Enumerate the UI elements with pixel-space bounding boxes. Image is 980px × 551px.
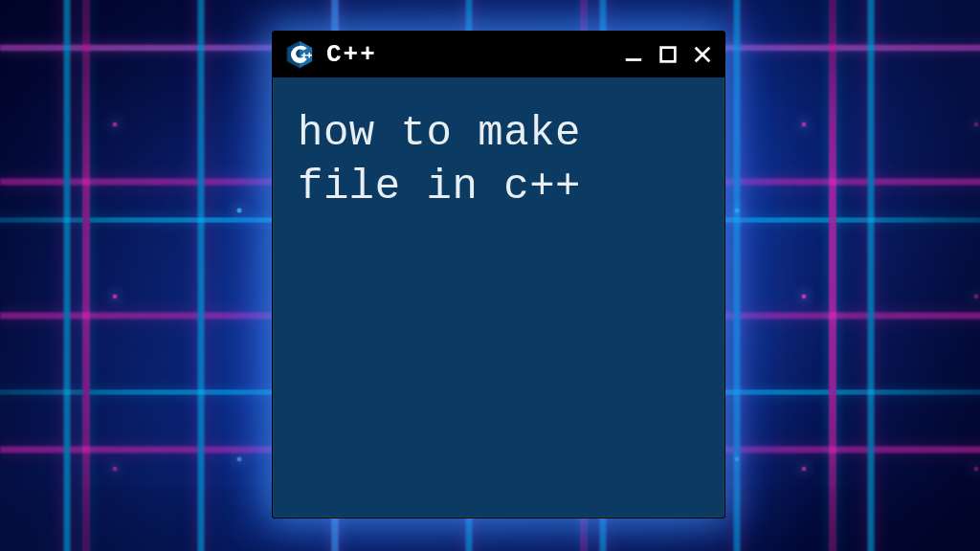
app-title: C++ [326, 40, 377, 69]
maximize-button[interactable] [657, 44, 679, 65]
content-text: how to make file in c++ [298, 106, 700, 214]
app-window: C++ how to make file in c++ [272, 31, 725, 518]
window-controls [623, 44, 713, 65]
titlebar[interactable]: C++ [273, 32, 724, 77]
svg-rect-5 [307, 55, 313, 56]
svg-rect-7 [661, 48, 676, 62]
svg-rect-3 [301, 55, 307, 56]
window-body: how to make file in c++ [273, 77, 724, 518]
close-button[interactable] [692, 44, 713, 65]
cpp-logo-icon [284, 39, 315, 70]
minimize-button[interactable] [623, 44, 644, 65]
